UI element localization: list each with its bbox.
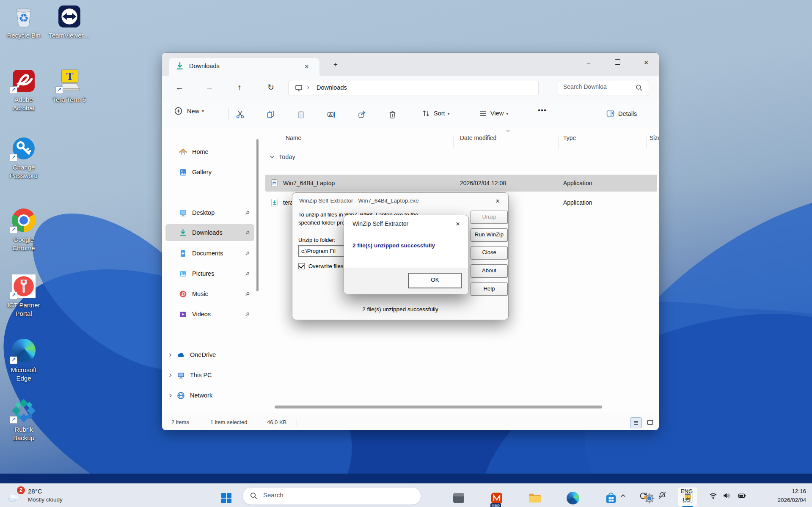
desktop-icon-recycle-bin[interactable]: ♻ Recycle Bin bbox=[2, 4, 46, 40]
column-header-date-modified[interactable]: Date modified bbox=[460, 134, 496, 142]
desktop-icon-teamviewer[interactable]: TeamViewer… bbox=[47, 4, 91, 40]
new-button[interactable]: New ▾ bbox=[174, 107, 204, 115]
taskbar-app-edge[interactable] bbox=[564, 489, 582, 507]
tray-volume-icon[interactable] bbox=[719, 488, 734, 503]
column-header-name[interactable]: Name bbox=[286, 134, 301, 142]
desktop-icon-label: Tera Term 5 bbox=[47, 96, 91, 104]
group-header-today[interactable]: Today bbox=[270, 153, 295, 160]
desktop-icon-tera-term[interactable]: T ↗ Tera Term 5 bbox=[47, 69, 91, 104]
refresh-icon[interactable]: ↻ bbox=[264, 81, 278, 95]
cut-button[interactable] bbox=[231, 105, 249, 123]
back-icon[interactable]: ← bbox=[172, 81, 187, 95]
checkbox-box[interactable] bbox=[298, 263, 305, 269]
desktop-icon-adobe-acrobat[interactable]: ↗ Adobe Acrobat bbox=[2, 69, 46, 112]
message-dialog-close-icon[interactable]: × bbox=[452, 219, 463, 229]
rename-button[interactable] bbox=[322, 105, 340, 123]
desktop-icon-label: Adobe Acrobat bbox=[2, 96, 46, 112]
details-view-toggle[interactable] bbox=[630, 417, 642, 428]
videos-icon bbox=[179, 310, 187, 318]
weather-condition: Mostly cloudy bbox=[28, 496, 63, 503]
tray-update-icon[interactable] bbox=[636, 488, 650, 503]
thumbnail-view-toggle[interactable] bbox=[644, 417, 655, 428]
sidebar-item-videos[interactable]: Videos bbox=[165, 306, 254, 323]
address-bar[interactable]: › Downloads bbox=[288, 80, 539, 96]
taskbar-app-file-explorer[interactable] bbox=[526, 489, 544, 507]
sidebar-item-gallery[interactable]: Gallery bbox=[165, 164, 254, 181]
copy-button[interactable] bbox=[261, 105, 279, 123]
expand-chevron-icon[interactable] bbox=[168, 393, 173, 398]
more-options-icon[interactable]: ••• bbox=[538, 106, 547, 115]
sidebar-item-onedrive[interactable]: OneDrive bbox=[165, 346, 254, 363]
desktop-icon-microsoft-edge[interactable]: ↗ Microsoft Edge bbox=[2, 338, 46, 383]
sidebar-item-desktop[interactable]: Desktop bbox=[165, 204, 254, 221]
expand-chevron-icon[interactable] bbox=[168, 353, 173, 357]
m365-badge: M365 bbox=[490, 503, 501, 507]
tray-clock[interactable]: 12:16 2026/02/04 bbox=[760, 487, 806, 504]
sidebar-item-documents[interactable]: Documents bbox=[165, 245, 254, 262]
change-password-icon: ↗ bbox=[11, 136, 36, 161]
documents-icon bbox=[179, 249, 187, 258]
google-chrome-icon: ↗ bbox=[11, 208, 36, 233]
breadcrumb[interactable]: Downloads bbox=[317, 84, 347, 91]
desktop-icon-change-password[interactable]: ↗ Change Password bbox=[2, 136, 46, 180]
explorer-search-box[interactable] bbox=[558, 80, 649, 96]
tab-downloads[interactable]: Downloads × bbox=[169, 58, 319, 76]
window-minimize-button[interactable]: – bbox=[579, 55, 598, 71]
taskbar-search-input[interactable] bbox=[262, 491, 404, 499]
explorer-search-input[interactable] bbox=[562, 83, 632, 90]
tab-close-icon[interactable]: × bbox=[301, 61, 313, 73]
network-icon bbox=[177, 392, 185, 400]
taskbar-search-box[interactable] bbox=[242, 487, 421, 505]
horizontal-scrollbar[interactable] bbox=[275, 406, 602, 408]
desktop-icon-rubrik-backup[interactable]: ↗ Rubrik Backup bbox=[2, 398, 46, 442]
delete-button[interactable] bbox=[383, 105, 401, 123]
desktop-icon-label: TeamViewer… bbox=[47, 31, 91, 40]
sort-button[interactable]: Sort ▾ bbox=[422, 109, 450, 118]
view-button[interactable]: View ▾ bbox=[479, 109, 508, 118]
forward-icon[interactable]: → bbox=[202, 81, 217, 95]
desktop-icon-google-chrome[interactable]: ↗ Google Chrome bbox=[2, 208, 46, 252]
paste-button[interactable] bbox=[292, 105, 310, 123]
share-button[interactable] bbox=[353, 105, 371, 123]
up-icon[interactable]: ↑ bbox=[232, 81, 247, 95]
sidebar-scrollbar[interactable] bbox=[256, 139, 259, 291]
new-tab-icon[interactable]: + bbox=[330, 59, 341, 71]
details-button[interactable]: Details bbox=[606, 109, 637, 118]
desktop-icon-label: Microsoft Edge bbox=[2, 366, 46, 383]
details-pane-icon bbox=[606, 109, 615, 118]
window-maximize-button[interactable] bbox=[608, 55, 627, 71]
weather-widget[interactable]: 2 28°C Mostly cloudy bbox=[3, 485, 88, 506]
desktop-icon-ict-partner-portal[interactable]: ↗ ICT Partner Portal bbox=[2, 274, 46, 318]
unzip-button[interactable]: Unzip bbox=[471, 211, 508, 224]
taskbar-app-m365[interactable]: M365 bbox=[487, 489, 506, 507]
tray-wifi-icon[interactable] bbox=[706, 488, 720, 503]
window-close-button[interactable]: × bbox=[636, 55, 656, 71]
column-header-size[interactable]: Size bbox=[650, 134, 659, 142]
installer-file-icon bbox=[270, 198, 279, 207]
tray-battery-icon[interactable] bbox=[735, 488, 749, 503]
shortcut-arrow-icon: ↗ bbox=[10, 86, 17, 94]
tray-notifications-off-icon[interactable] bbox=[655, 488, 669, 503]
help-button[interactable]: Help bbox=[471, 282, 508, 296]
tray-show-hidden-icons[interactable] bbox=[616, 488, 630, 503]
sidebar-item-pictures[interactable]: Pictures bbox=[165, 265, 254, 282]
sidebar-item-this-pc[interactable]: This PC bbox=[165, 367, 254, 384]
sidebar-item-network[interactable]: Network bbox=[165, 387, 254, 404]
close-button[interactable]: Close bbox=[471, 246, 508, 260]
trash-icon bbox=[388, 110, 397, 119]
start-button[interactable] bbox=[217, 489, 236, 507]
tray-language-switcher[interactable]: ENG US bbox=[677, 487, 696, 504]
about-button[interactable]: About bbox=[471, 264, 508, 278]
expand-chevron-icon[interactable] bbox=[168, 373, 173, 378]
run-winzip-button[interactable]: Run WinZip bbox=[471, 228, 508, 242]
column-header-type[interactable]: Type bbox=[563, 134, 576, 142]
taskbar-app-window[interactable] bbox=[449, 489, 468, 507]
sidebar-item-downloads[interactable]: Downloads bbox=[165, 224, 254, 241]
sidebar-item-music[interactable]: Music bbox=[165, 285, 254, 302]
sidebar-item-home[interactable]: Home bbox=[165, 143, 254, 160]
dark-window-icon bbox=[452, 492, 465, 504]
file-row-win7-64bit-laptop[interactable]: Win7_64Bit_Laptop 2026/02/04 12:08 Appli… bbox=[265, 175, 657, 192]
dialog-close-icon[interactable]: × bbox=[492, 196, 503, 206]
dialog-title: WinZip Self-Extractor - Win7_64Bit_Lapto… bbox=[299, 197, 419, 204]
ok-button[interactable]: OK bbox=[408, 273, 462, 288]
